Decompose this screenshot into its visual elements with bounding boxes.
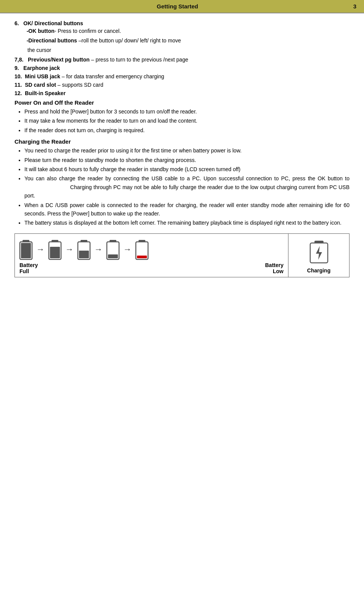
prev-next-label: Previous/Next pg button xyxy=(28,57,90,63)
main-content: 6. OK/ Directional buttons -OK button- P… xyxy=(0,13,364,284)
directional-button-desc: -Directional buttons –roll the button up… xyxy=(22,37,350,45)
charging-heading: Charging the Reader xyxy=(14,138,350,145)
earphone-title: 9. Earphone jack xyxy=(14,65,350,71)
ok-buttons-label: OK/ Directional buttons xyxy=(23,20,83,26)
page-header: Getting Started 3 xyxy=(0,0,364,13)
charging-icon-wrap: Charging xyxy=(292,241,345,274)
section-ok-buttons: 6. OK/ Directional buttons -OK button- P… xyxy=(14,20,350,54)
svg-rect-2 xyxy=(21,243,31,258)
battery-low-icon xyxy=(135,240,149,261)
battery-full-svg xyxy=(19,240,33,261)
battery-3q-svg xyxy=(48,240,62,261)
battery-charging-cell: Charging xyxy=(288,233,350,277)
section-power-on: Power On and Off the Reader Press and ho… xyxy=(14,99,350,134)
charging-bullet-6: The battery status is displayed at the b… xyxy=(24,219,350,227)
ok-btn-label: -OK button xyxy=(27,28,55,34)
power-on-bullet-2: It may take a few moments for the reader… xyxy=(24,117,350,125)
arrow-1: → xyxy=(36,245,45,254)
speaker-title: 12. Built-in Speaker xyxy=(14,90,350,96)
battery-low-label: BatteryLow xyxy=(265,262,283,275)
battery-quarter-icon xyxy=(106,240,120,261)
power-on-bullets: Press and hold the [Power] button for 3 … xyxy=(24,107,350,134)
prev-next-num: 7,8. xyxy=(14,57,23,63)
battery-full-label: BatteryFull xyxy=(19,262,38,275)
svg-rect-11 xyxy=(108,254,118,258)
charging-bullets: You need to charge the reader prior to u… xyxy=(24,146,350,227)
battery-sequence: → → xyxy=(19,240,284,261)
battery-quarter-svg xyxy=(106,240,120,261)
battery-table: → → xyxy=(14,233,350,278)
power-on-heading: Power On and Off the Reader xyxy=(14,99,350,106)
speaker-num: 12. xyxy=(14,90,22,96)
section-speaker: 12. Built-in Speaker xyxy=(14,90,350,96)
earphone-num: 9. xyxy=(14,65,19,71)
charging-label: Charging xyxy=(307,267,330,274)
battery-3q-icon xyxy=(48,240,62,261)
sd-card-title: 11. SD card slot – supports SD card xyxy=(14,82,350,88)
battery-half-svg xyxy=(77,240,91,261)
svg-rect-14 xyxy=(137,256,147,258)
power-on-bullet-3: If the reader does not turn on, charging… xyxy=(24,126,350,134)
charging-bullet-5: When a DC /USB power cable is connected … xyxy=(24,201,350,218)
speaker-label: Built-in Speaker xyxy=(25,90,66,96)
header-title: Getting Started xyxy=(8,3,347,10)
section-charging: Charging the Reader You need to charge t… xyxy=(14,138,350,227)
earphone-label: Earphone jack xyxy=(23,65,60,71)
svg-rect-8 xyxy=(79,251,89,258)
directional-button-desc2: the cursor xyxy=(27,46,350,54)
mini-usb-num: 10. xyxy=(14,73,22,79)
svg-marker-17 xyxy=(316,246,322,260)
battery-half-icon xyxy=(77,240,91,261)
header-page-number: 3 xyxy=(347,3,356,10)
charging-bullet-1: You need to charge the reader prior to u… xyxy=(24,146,350,155)
ok-buttons-num: 6. xyxy=(14,20,19,26)
directional-btn-label: -Directional buttons xyxy=(27,37,77,44)
sd-card-num: 11. xyxy=(14,82,22,88)
ok-button-desc: -OK button- Press to confirm or cancel. xyxy=(22,27,350,35)
power-on-bullet-1: Press and hold the [Power] button for 3 … xyxy=(24,107,350,116)
mini-usb-title: 10. Mini USB jack – for data transfer an… xyxy=(14,73,350,79)
section-mini-usb: 10. Mini USB jack – for data transfer an… xyxy=(14,73,350,79)
section-sd-card: 11. SD card slot – supports SD card xyxy=(14,82,350,88)
mini-usb-desc: – for data transfer and emergency chargi… xyxy=(62,73,164,79)
battery-icons-cell: → → xyxy=(15,233,288,277)
battery-full-low-labels: BatteryFull BatteryLow xyxy=(19,261,284,275)
page: Getting Started 3 6. OK/ Directional but… xyxy=(0,0,364,604)
battery-full-icon xyxy=(19,240,33,261)
prev-next-desc: – press to turn to the previous /next pa… xyxy=(91,57,188,63)
arrow-3: → xyxy=(94,245,103,254)
svg-rect-5 xyxy=(50,247,60,258)
ok-buttons-title: 6. OK/ Directional buttons xyxy=(14,20,350,26)
prev-next-title: 7,8. Previous/Next pg button – press to … xyxy=(14,57,350,63)
arrow-2: → xyxy=(65,245,74,254)
section-earphone: 9. Earphone jack xyxy=(14,65,350,71)
section-prev-next: 7,8. Previous/Next pg button – press to … xyxy=(14,57,350,63)
charging-battery-svg xyxy=(309,241,329,265)
mini-usb-label: Mini USB jack xyxy=(25,73,60,79)
charging-bullet-4: You can also charge the reader by connec… xyxy=(24,174,350,200)
sd-card-label: SD card slot xyxy=(25,82,56,88)
battery-low-svg xyxy=(135,240,149,261)
charging-bullet-3: It will take about 6 hours to fully char… xyxy=(24,165,350,173)
sd-card-desc: – supports SD card xyxy=(58,82,103,88)
arrow-4: → xyxy=(123,245,132,254)
charging-bullet-2: Please turn the reader to standby mode t… xyxy=(24,156,350,164)
